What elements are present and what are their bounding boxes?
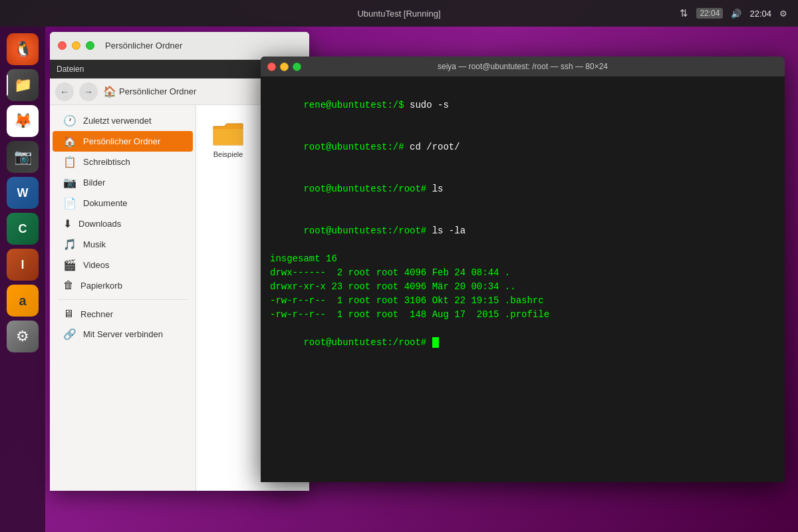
downloads-icon: ⬇	[63, 217, 72, 230]
terminal-maximize-button[interactable]	[293, 63, 301, 71]
dock-item-files[interactable]: 📁	[7, 69, 39, 101]
writer-icon: W	[17, 186, 29, 200]
term-prompt-2: root@ubuntutest:/#	[303, 142, 410, 152]
sidebar-item-home-label: Persönlicher Ordner	[83, 136, 160, 146]
terminal-titlebar: seiya — root@ubuntutest: /root — ssh — 8…	[261, 57, 785, 76]
sidebar-item-computer-label: Rechner	[80, 309, 113, 319]
term-line-1: rene@ubuntutest:/$ sudo -s	[270, 84, 775, 126]
photos-folder-icon: 📷	[63, 176, 76, 189]
term-output-1: insgesamt 16	[270, 252, 775, 266]
dock-item-ubuntu[interactable]: 🐧	[7, 33, 39, 65]
window-title: UbuntuTest [Running]	[357, 9, 440, 19]
menu-dateien[interactable]: Dateien	[57, 65, 84, 74]
minimize-button[interactable]	[72, 41, 80, 50]
back-arrow-icon: ←	[60, 86, 69, 97]
docs-icon: 📄	[63, 197, 76, 209]
sidebar-item-computer[interactable]: 🖥 Rechner	[53, 304, 193, 324]
videos-icon: 🎬	[63, 259, 76, 271]
term-line-3: root@ubuntutest:/root# ls	[270, 168, 775, 210]
dock-item-impress[interactable]: I	[7, 249, 39, 281]
term-line-2: root@ubuntutest:/# cd /root/	[270, 126, 775, 168]
dock-item-amazon[interactable]: a	[7, 285, 39, 317]
sidebar-item-docs[interactable]: 📄 Dokumente	[53, 193, 193, 213]
dock-item-calc[interactable]: C	[7, 213, 39, 245]
location-bar: 🏠 Persönlicher Ordner	[103, 85, 196, 98]
music-icon: 🎵	[63, 238, 76, 251]
term-cmd-1: sudo -s	[410, 100, 449, 110]
file-manager-titlebar: Persönlicher Ordner	[50, 32, 309, 60]
sidebar-item-docs-label: Dokumente	[83, 198, 127, 208]
de-badge: 22:04	[696, 8, 723, 19]
forward-arrow-icon: →	[84, 86, 93, 97]
active-indicator	[7, 74, 8, 96]
term-prompt-3: root@ubuntutest:/root#	[303, 184, 432, 194]
time-display: 22:04	[749, 9, 771, 19]
term-line-4: root@ubuntutest:/root# ls -la	[270, 210, 775, 252]
sidebar-item-desktop[interactable]: 📋 Schreibtisch	[53, 152, 193, 172]
term-output-5: -rw-r--r-- 1 root root 148 Aug 17 2015 .…	[270, 308, 775, 322]
maximize-button[interactable]	[86, 41, 94, 50]
terminal-minimize-button[interactable]	[280, 63, 289, 71]
sidebar-item-server-label: Mit Server verbinden	[83, 329, 163, 339]
term-output-3: drwxr-xr-x 23 root root 4096 Mär 20 00:3…	[270, 280, 775, 294]
desktop-icon: 📋	[63, 156, 76, 168]
sidebar-item-videos-label: Videos	[83, 260, 110, 270]
recent-icon: 🕐	[63, 114, 76, 127]
ubuntu-logo: 🐧	[14, 41, 32, 58]
back-button[interactable]: ←	[55, 82, 74, 101]
terminal-cursor	[432, 337, 439, 348]
sidebar-item-downloads[interactable]: ⬇ Downloads	[53, 213, 193, 234]
sidebar-item-recent[interactable]: 🕐 Zuletzt verwendet	[53, 110, 193, 131]
amazon-icon: a	[19, 293, 26, 309]
terminal-body[interactable]: rene@ubuntutest:/$ sudo -s root@ubuntute…	[261, 76, 785, 482]
calc-icon: C	[19, 222, 27, 236]
trash-icon: 🗑	[63, 279, 74, 291]
sidebar-item-music-label: Musik	[83, 239, 106, 249]
sidebar-item-music[interactable]: 🎵 Musik	[53, 234, 193, 255]
sidebar-item-videos[interactable]: 🎬 Videos	[53, 255, 193, 275]
term-output-4: -rw-r--r-- 1 root root 3106 Okt 22 19:15…	[270, 294, 775, 308]
term-prompt-1: rene@ubuntutest:/$	[303, 100, 410, 110]
settings-icon: ⚙	[16, 328, 29, 345]
dock-item-firefox[interactable]: 🦊	[7, 105, 39, 137]
terminal-close-button[interactable]	[267, 63, 276, 71]
sidebar-item-home[interactable]: 🏠 Persönlicher Ordner	[53, 131, 193, 152]
sidebar-item-trash[interactable]: 🗑 Papierkorb	[53, 275, 193, 295]
sidebar-item-server[interactable]: 🔗 Mit Server verbinden	[53, 324, 193, 344]
ubuntu-dock: 🐧 📁 🦊 📷 W C I a ⚙	[0, 27, 45, 532]
impress-icon: I	[21, 258, 24, 272]
dock-item-settings[interactable]: ⚙	[7, 321, 39, 352]
mac-titlebar: UbuntuTest [Running] ⇅ 22:04 🔊 22:04 ⚙	[0, 0, 798, 27]
server-icon: 🔗	[63, 328, 76, 340]
photos-icon: 📷	[14, 148, 32, 166]
file-manager-sidebar: 🕐 Zuletzt verwendet 🏠 Persönlicher Ordne…	[50, 105, 196, 491]
term-cmd-3: ls	[432, 184, 444, 194]
home-folder-icon: 🏠	[63, 135, 76, 148]
sidebar-item-recent-label: Zuletzt verwendet	[83, 116, 152, 126]
dock-item-writer[interactable]: W	[7, 177, 39, 209]
terminal-title: seiya — root@ubuntutest: /root — ssh — 8…	[438, 62, 608, 71]
volume-icon[interactable]: 🔊	[731, 9, 741, 19]
sidebar-item-photos[interactable]: 📷 Bilder	[53, 172, 193, 193]
folder-icon	[212, 121, 244, 148]
terminal-window: seiya — root@ubuntutest: /root — ssh — 8…	[261, 57, 785, 482]
files-icon: 📁	[14, 76, 32, 94]
location-text: Persönlicher Ordner	[119, 86, 196, 96]
sort-icon[interactable]: ⇅	[680, 7, 688, 19]
sidebar-item-trash-label: Papierkorb	[80, 281, 122, 291]
gear-icon[interactable]: ⚙	[779, 9, 787, 19]
home-icon: 🏠	[103, 85, 116, 98]
dock-item-photos[interactable]: 📷	[7, 141, 39, 173]
term-line-cursor: root@ubuntutest:/root#	[270, 322, 775, 364]
sidebar-item-downloads-label: Downloads	[78, 219, 121, 229]
sidebar-item-desktop-label: Schreibtisch	[83, 157, 130, 167]
term-cmd-4: ls -la	[432, 225, 466, 236]
term-output-2: drwx------ 2 root root 4096 Feb 24 08:44…	[270, 266, 775, 280]
list-item[interactable]: Beispiele	[207, 116, 249, 164]
close-button[interactable]	[58, 41, 66, 50]
titlebar-right: ⇅ 22:04 🔊 22:04 ⚙	[680, 7, 787, 19]
term-prompt-final: root@ubuntutest:/root#	[303, 337, 432, 348]
term-cmd-2: cd /root/	[410, 142, 460, 152]
forward-button[interactable]: →	[79, 82, 98, 101]
sidebar-item-photos-label: Bilder	[83, 178, 105, 188]
